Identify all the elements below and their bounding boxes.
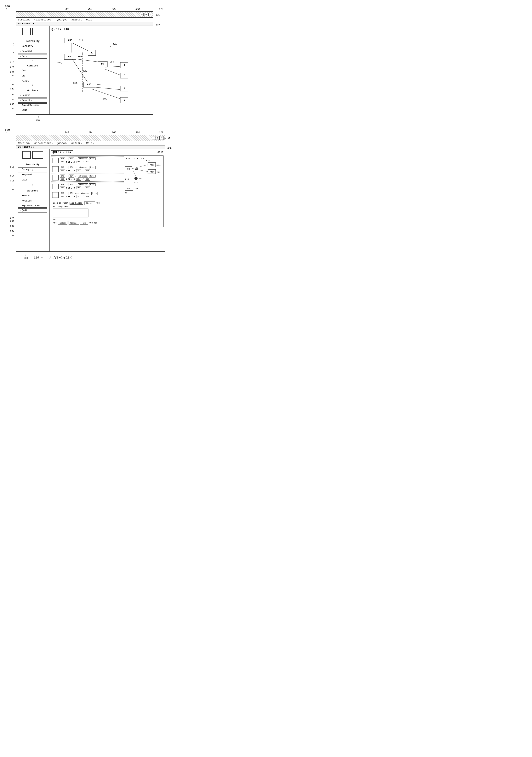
cell-a-advanced[interactable]: advanced bbox=[78, 158, 88, 160]
minus-button[interactable]: →MINUS bbox=[18, 79, 47, 83]
quit-button[interactable]: →Quit bbox=[18, 108, 47, 112]
cell-e-advanced[interactable]: advanced bbox=[80, 192, 90, 195]
search-by-label: Search By bbox=[18, 39, 47, 43]
bottom-formula: 626 → A [(B+C)(DE)] bbox=[34, 256, 73, 259]
results-button[interactable]: →Results bbox=[18, 98, 47, 103]
expand-button-2[interactable]: →Expand/Collapse bbox=[18, 204, 47, 208]
cell-d-348: 348 bbox=[60, 183, 65, 186]
expand-collapse-button[interactable]: →Expand/Collapse bbox=[18, 104, 47, 107]
ref-306-top2: 306 bbox=[112, 131, 116, 134]
logo-box-2 bbox=[32, 28, 43, 35]
window-controls-2: − ❒ × bbox=[152, 136, 164, 140]
cell-b-thumb bbox=[52, 166, 59, 172]
menu-help-2[interactable]: Help bbox=[86, 142, 94, 145]
menu-collections[interactable]: Collections bbox=[34, 18, 53, 21]
ref-333-2: 333 bbox=[10, 230, 14, 232]
category-button[interactable]: →Category bbox=[18, 44, 47, 48]
category-button-2[interactable]: →Category bbox=[18, 167, 47, 172]
ref-320: 320 bbox=[10, 66, 14, 68]
restore-button-1[interactable]: ❒ bbox=[144, 13, 148, 16]
node-and-top: AND bbox=[64, 38, 76, 43]
cell-d-354: 354 bbox=[69, 183, 74, 186]
restore-button-2[interactable]: ❒ bbox=[156, 136, 160, 140]
cell-c-352: 352 bbox=[85, 178, 90, 181]
remove-button[interactable]: →Remove bbox=[18, 93, 47, 98]
ref-806: 806 bbox=[97, 83, 101, 86]
node-d: D bbox=[120, 86, 128, 91]
cancel-button[interactable]: Cancel bbox=[69, 221, 79, 225]
tree-panel-2: D-4 D-1 D-3 616 OR ←618 D bbox=[124, 156, 163, 227]
cell-c-hits: hits bbox=[89, 175, 96, 177]
menu-query-2[interactable]: Querye bbox=[57, 142, 68, 145]
logo-box-3 bbox=[22, 151, 31, 159]
ref-304-top: 304 bbox=[88, 8, 93, 11]
minimize-button-2[interactable]: − bbox=[152, 136, 156, 140]
cell-e-row: 348 ↗ 354 420 advanced hits 346 bbox=[51, 191, 124, 199]
cell-d-thumb bbox=[52, 184, 59, 189]
svg-text:←622: ←622 bbox=[156, 171, 161, 173]
logo-area-2 bbox=[18, 151, 47, 159]
cell-b-351: 351 bbox=[76, 169, 81, 172]
cell-d-advanced[interactable]: advanced bbox=[78, 183, 88, 186]
select-button[interactable]: Select bbox=[58, 221, 68, 225]
menu-select-2[interactable]: Select bbox=[71, 142, 82, 145]
remove-button-2[interactable]: →Remove bbox=[18, 194, 47, 198]
search-panel: Look in Facet All Fields Search 403 Matc… bbox=[51, 200, 124, 227]
cell-d-352: 352 bbox=[85, 187, 90, 189]
close-button-2[interactable]: × bbox=[160, 136, 164, 140]
menu-collections-2[interactable]: Collections bbox=[34, 142, 53, 145]
menu-query[interactable]: Querye bbox=[57, 18, 68, 21]
ref-d1: D-1 bbox=[126, 157, 130, 160]
cell-e-label: CELL E bbox=[66, 196, 75, 198]
menu-select[interactable]: Select bbox=[71, 18, 82, 21]
all-fields-select[interactable]: All Fields bbox=[70, 202, 83, 205]
cell-c-label: CELL C bbox=[66, 178, 75, 180]
ref-328-2: 328 bbox=[10, 217, 14, 219]
help-button[interactable]: Help bbox=[80, 221, 88, 225]
svg-line-25 bbox=[132, 165, 148, 169]
cell-b-hits: hits bbox=[89, 166, 96, 169]
and-button[interactable]: →And bbox=[18, 69, 47, 73]
results-button-2[interactable]: →Results bbox=[18, 199, 47, 203]
svg-text:612: 612 bbox=[139, 178, 142, 180]
date-button[interactable]: →Date bbox=[18, 54, 47, 59]
cell-a-352: 352 bbox=[85, 161, 90, 163]
search-button[interactable]: Search bbox=[84, 201, 95, 205]
sidebar-1: 312 → Search By 314 →Category 316 →Keywo… bbox=[16, 26, 49, 114]
keyword-button[interactable]: →Keyword bbox=[18, 49, 47, 53]
minimize-button-1[interactable]: − bbox=[140, 13, 144, 16]
menu-session-2[interactable]: Session bbox=[18, 142, 30, 145]
ref-316-2: 316 bbox=[10, 180, 14, 182]
ref-636: 636 bbox=[167, 147, 172, 150]
cell-c-354: 354 bbox=[69, 174, 74, 177]
svg-text:OR: OR bbox=[127, 168, 130, 170]
ref-408: 408 bbox=[89, 222, 93, 224]
svg-text:614: 614 bbox=[125, 192, 128, 194]
ref-808: 808 bbox=[78, 55, 82, 58]
date-button-2[interactable]: →Date bbox=[18, 178, 47, 182]
cell-e-346: 346 bbox=[60, 195, 65, 198]
menu-session[interactable]: Session bbox=[18, 18, 30, 21]
or-button[interactable]: →OR bbox=[18, 74, 47, 78]
node-or: OR bbox=[98, 61, 107, 67]
ref-310-top2: 310 bbox=[159, 131, 163, 134]
cell-c-advanced[interactable]: advanced bbox=[78, 175, 88, 177]
ref-302-top: 302 bbox=[65, 8, 69, 11]
node-c: C bbox=[120, 73, 128, 78]
matching-terms-box[interactable] bbox=[53, 209, 88, 217]
close-button-1[interactable]: × bbox=[148, 13, 152, 16]
cell-c-348: 348 bbox=[60, 174, 65, 177]
keyword-button-2[interactable]: →Keyword bbox=[18, 172, 47, 177]
cell-e-top: 348 ↗ 354 420 advanced hits bbox=[60, 192, 123, 195]
cell-b-advanced[interactable]: advanced bbox=[78, 166, 88, 169]
hatched-header-1: − ❒ × bbox=[16, 12, 153, 18]
menu-help[interactable]: Help bbox=[86, 18, 94, 21]
logo-box-1 bbox=[22, 28, 31, 35]
cell-a-354: 354 bbox=[69, 157, 74, 160]
diagram-2: − ❒ × ← 301 636 Session Collections Quer… bbox=[16, 135, 165, 252]
main-content-1: 312 → Search By 314 →Category 316 →Keywo… bbox=[16, 26, 153, 114]
cell-b-354: 354 bbox=[69, 166, 74, 169]
quit-button-2[interactable]: →Quit bbox=[18, 208, 47, 213]
cells-column: 348 ↗ 354 ↗ advanced hits 346 bbox=[51, 156, 124, 227]
tree-svg-2: OR ←618 D-2 612 AND ←624 bbox=[124, 156, 163, 217]
